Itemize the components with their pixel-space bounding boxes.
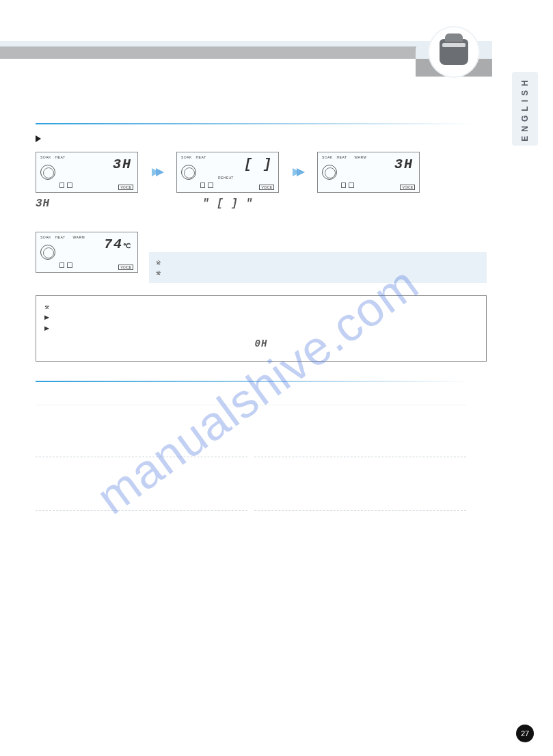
tri-icon-3: ▶ [44, 324, 49, 334]
lcd-mid-labels-4 [59, 262, 72, 268]
triangle-icon [36, 135, 41, 142]
timer-icon [40, 165, 55, 180]
section-rule-1 [36, 123, 473, 124]
lcd-seg-4: 74℃ [104, 237, 132, 252]
lcd-label-heat-3: HEAT [336, 155, 347, 159]
lcd-voice-1: VOICE [118, 185, 133, 190]
lcd-row-1: SOAK HEAT 3H VOICE SOAK HEAT [ ] REH [36, 152, 487, 193]
lcd-label-heat-2: HEAT [195, 155, 206, 159]
aster-icon-2: ※ [156, 268, 161, 278]
info-line-2 [53, 313, 55, 323]
section-rule-2 [36, 381, 473, 382]
lcd-screen-3: SOAK HEAT WARM 3H VOICE [317, 152, 420, 193]
info-line-1 [54, 303, 56, 312]
dash-sep-l2 [36, 509, 247, 511]
aster-icon-1: ※ [156, 258, 161, 267]
timer-icon-4 [40, 245, 55, 260]
intro-text-block [45, 134, 47, 142]
info-seg-0h: 0H [255, 338, 268, 349]
manual-page: ENGLISH manualshive.com SOAK HEAT 3H VOI… [0, 0, 553, 756]
language-tab: ENGLISH [512, 72, 538, 146]
dash-sep-l1 [36, 456, 247, 457]
aster-icon-3: ※ [44, 303, 50, 312]
product-circle [429, 27, 478, 77]
dash-sep-r2 [254, 509, 466, 511]
svg-marker-3 [297, 168, 305, 176]
tri-icon-2: ▶ [44, 313, 49, 323]
timer-icon-2 [181, 165, 196, 180]
lcd-voice-2: VOICE [259, 185, 274, 190]
col-right-body-1 [254, 409, 466, 450]
page-number-badge: 27 [516, 725, 534, 742]
lcd-seg-3: 3H [394, 157, 414, 172]
dash-sep-r1 [254, 456, 466, 457]
svg-marker-1 [156, 168, 164, 176]
lcd-label-soak-4: SOAK [40, 235, 51, 239]
blue-note-2 [165, 268, 167, 278]
col-right-body-3 [254, 516, 466, 550]
lcd-screen-1: SOAK HEAT 3H VOICE [36, 152, 138, 193]
lcd-label-warm-3: WARM [355, 155, 367, 159]
arrow-right-icon-2 [291, 165, 305, 179]
lcd-seg-2: [ ] [244, 157, 273, 172]
language-text: ENGLISH [520, 76, 530, 141]
col-left-body-3 [36, 516, 247, 550]
col-left-head [36, 392, 247, 405]
col-left [36, 392, 254, 550]
lcd-label-heat: HEAT [55, 155, 65, 159]
header-band [0, 41, 492, 66]
lcd-captions: 3H " [ ] " [36, 197, 487, 210]
lcd-seg-1: 3H [113, 157, 132, 172]
page-number: 27 [521, 729, 529, 738]
lower-section [36, 381, 487, 550]
lcd-mid-labels-2 [200, 183, 213, 188]
lcd-label-soak: SOAK [40, 155, 51, 159]
arrow-right-icon-1 [150, 165, 164, 179]
lcd-mid-labels-3 [341, 183, 354, 188]
intro-bullet [36, 134, 487, 142]
lcd-screen-2: SOAK HEAT [ ] REHEAT VOICE [176, 152, 279, 193]
caption-1: 3H [36, 198, 50, 210]
lcd-label-heat-4: HEAT [55, 235, 65, 239]
col-right-body-2 [254, 463, 466, 504]
caption-2: " [ ] " [202, 198, 253, 210]
timer-icon-3 [322, 165, 337, 180]
lcd-label-soak-3: SOAK [322, 155, 333, 159]
lcd-voice-4: VOICE [118, 265, 133, 270]
col-right [254, 392, 473, 550]
lcd-block-2: SOAK HEAT WARM 74℃ VOICE ※ ※ [36, 232, 487, 283]
blue-note-1 [165, 258, 167, 267]
two-col [36, 392, 473, 550]
col-right-head [254, 392, 466, 405]
info-box: ※ ▶ ▶ 0H [36, 295, 487, 362]
blue-note-box: ※ ※ [149, 252, 487, 283]
content: SOAK HEAT 3H VOICE SOAK HEAT [ ] REH [36, 116, 487, 550]
product-icon [440, 39, 468, 65]
info-line-3 [53, 324, 55, 334]
lcd-label-soak-2: SOAK [181, 155, 192, 159]
col-left-body-1 [36, 409, 247, 450]
lcd-label-reheat: REHEAT [218, 176, 234, 180]
lcd-mid-labels [59, 183, 72, 188]
lcd-screen-4: SOAK HEAT WARM 74℃ VOICE [36, 232, 138, 273]
col-left-body-2 [36, 463, 247, 504]
lcd-label-warm-4: WARM [73, 235, 85, 239]
lcd-voice-3: VOICE [400, 185, 415, 190]
